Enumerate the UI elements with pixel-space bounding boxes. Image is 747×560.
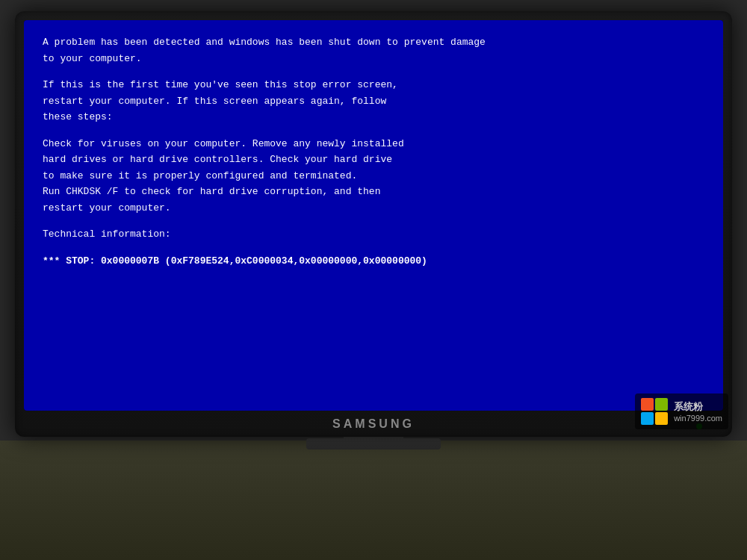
- bsod-spacer-4: [43, 243, 704, 254]
- watermark-container: 系统粉 win7999.com: [635, 393, 728, 429]
- monitor-outer: A problem has been detected and windows …: [15, 11, 732, 437]
- watermark-site-url: win7999.com: [674, 414, 722, 423]
- bsod-line-5: these steps:: [43, 110, 704, 125]
- logo-quad-green: [655, 398, 668, 411]
- desk-surface: [0, 441, 747, 560]
- monitor-base: [306, 438, 441, 449]
- bsod-line-8: to make sure it is properly configured a…: [43, 169, 704, 184]
- bsod-line-6: Check for viruses on your computer. Remo…: [43, 137, 704, 152]
- watermark-site-name: 系统粉: [674, 400, 722, 414]
- bsod-line-2: to your computer.: [43, 52, 704, 66]
- watermark-box: 系统粉 win7999.com: [635, 393, 728, 429]
- bsod-line-3: If this is the first time you've seen th…: [43, 78, 704, 93]
- logo-quad-red: [641, 398, 654, 411]
- bsod-spacer-3: [43, 217, 704, 227]
- monitor-brand-label: SAMSUNG: [332, 417, 415, 431]
- bsod-line-1: A problem has been detected and windows …: [43, 35, 704, 50]
- bsod-spacer-1: [43, 67, 704, 78]
- bsod-line-10: restart your computer.: [43, 201, 704, 216]
- logo-quad-blue: [641, 412, 654, 425]
- logo-quad-yellow: [655, 412, 668, 425]
- bsod-line-9: Run CHKDSK /F to check for hard drive co…: [43, 184, 704, 199]
- scene: A problem has been detected and windows …: [0, 0, 747, 560]
- bsod-spacer-2: [43, 126, 704, 137]
- bsod-stop-code: *** STOP: 0x0000007B (0xF789E524,0xC0000…: [43, 254, 704, 269]
- bsod-line-4: restart your computer. If this screen ap…: [43, 94, 704, 109]
- bsod-technical-label: Technical information:: [43, 227, 704, 242]
- windows-logo-icon: [641, 398, 668, 425]
- watermark-text-block: 系统粉 win7999.com: [674, 400, 722, 423]
- monitor-screen-frame: A problem has been detected and windows …: [24, 20, 723, 411]
- bsod-line-7: hard drives or hard drive controllers. C…: [43, 152, 704, 167]
- bsod-screen: A problem has been detected and windows …: [24, 20, 723, 411]
